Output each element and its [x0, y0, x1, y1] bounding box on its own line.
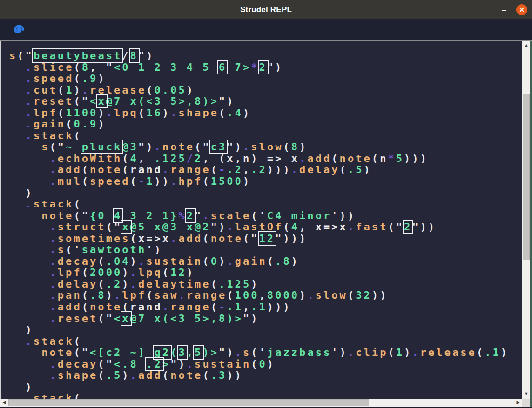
scroll-left-icon[interactable]: ◀: [1, 401, 7, 405]
code-line: note("<[c2 ~] g2(3,5)>").s('jazzbass').c…: [9, 347, 521, 359]
code-token: gain: [34, 118, 66, 130]
code-line: ): [9, 187, 521, 199]
text-cursor: [236, 96, 236, 107]
code-token: (: [162, 369, 170, 381]
code-token: s: [243, 347, 251, 358]
code-area[interactable]: s("beautybeast/8").slice(8, "<0 1 2 3 4 …: [1, 41, 521, 399]
close-button[interactable]: ✕: [516, 4, 527, 15]
code-token: "): [219, 347, 235, 358]
code-token: .: [348, 221, 356, 233]
code-token: 8000: [267, 289, 299, 301]
code-token: 1: [146, 175, 154, 187]
code-token: note: [90, 164, 122, 175]
code-token: range: [170, 301, 211, 313]
code-token: (: [130, 233, 138, 244]
strudel-logo-icon[interactable]: [9, 21, 27, 39]
code-token: ): [98, 118, 106, 130]
window-title: Strudel REPL: [240, 5, 292, 14]
code-token: stack: [34, 198, 74, 210]
code-token: saw: [155, 289, 179, 301]
code-token: (': [251, 210, 267, 221]
code-token: .125: [219, 278, 251, 290]
horizontal-scrollbar-thumb[interactable]: [8, 399, 369, 406]
code-line: .stack(: [9, 199, 521, 210]
code-token: note: [41, 347, 74, 358]
scroll-right-icon[interactable]: ▶: [515, 401, 521, 405]
vertical-scrollbar[interactable]: ▲ ▼: [522, 41, 530, 399]
code-token: .: [299, 153, 307, 164]
code-token: (: [130, 175, 138, 187]
code-line: .echoWith(4, .125/2, (x,n) => x.add(note…: [9, 153, 521, 165]
code-token: .9: [82, 73, 98, 84]
code-token: (: [348, 289, 356, 301]
code-token: ): [501, 347, 509, 358]
code-token: (: [74, 198, 81, 210]
code-token: (: [58, 84, 66, 96]
code-token: >: [162, 358, 170, 370]
code-line: .slice(8, "<0 1 2 3 4 5 6 7>*2"): [9, 62, 521, 74]
minimize-button[interactable]: –: [498, 4, 510, 15]
code-line: .cut(1).release(0.05): [9, 85, 521, 96]
code-token: 5: [396, 153, 404, 164]
code-line: .add(note(rand.range(-.1,.1))): [9, 301, 521, 313]
code-token: s: [58, 244, 66, 255]
code-token: .: [412, 347, 420, 358]
active-token: x: [98, 95, 106, 107]
code-token: ,: [243, 301, 251, 313]
code-token: .: [130, 369, 138, 381]
vertical-scrollbar-thumb[interactable]: [523, 94, 530, 260]
active-token: x: [122, 313, 130, 324]
code-line: .struct("x@5 x@3 x@2").lastOf(4, x=>x.fa…: [9, 221, 521, 233]
scrollbar-corner: [522, 399, 530, 407]
code-token: .: [50, 233, 58, 244]
code-line: .shape(.5).add(note(.3)): [9, 370, 521, 381]
active-token: g2: [155, 347, 171, 358]
code-editor[interactable]: s("beautybeast/8").slice(8, "<0 1 2 3 4 …: [0, 41, 522, 399]
code-token: 12: [170, 267, 187, 278]
code-token: (: [122, 301, 130, 313]
strudel-repl-window: Strudel REPL – ✕ s("beautybeast/8").slic…: [0, 0, 532, 408]
code-token: "): [170, 358, 187, 370]
code-token: @7 x(<3 5>,8)>: [106, 95, 219, 107]
titlebar: Strudel REPL – ✕: [0, 0, 532, 19]
scroll-down-icon[interactable]: ▼: [524, 392, 529, 396]
code-token: <0 1 2 3 4 5: [114, 61, 219, 73]
code-token: .8: [275, 255, 291, 267]
code-token: (: [211, 278, 219, 290]
code-token: stack: [34, 392, 74, 399]
code-token: (: [267, 255, 275, 267]
code-token: .: [26, 84, 34, 96]
code-token: , ": [90, 61, 114, 73]
code-token: ): [26, 324, 34, 335]
code-token: .: [106, 107, 114, 119]
code-token: .04: [106, 255, 130, 267]
code-token: .5: [348, 164, 364, 175]
code-token: "): [219, 95, 235, 107]
code-token: 2000: [90, 267, 122, 278]
code-token: (: [202, 255, 210, 267]
code-token: .: [50, 301, 58, 313]
code-token: (': [251, 347, 267, 358]
code-token: .: [26, 61, 34, 73]
code-token: range: [187, 289, 227, 301]
scroll-up-icon[interactable]: ▲: [524, 43, 529, 48]
code-token: (": [388, 221, 404, 233]
code-token: .125: [155, 153, 187, 164]
active-token: 12: [259, 233, 276, 244]
code-token: sustain: [195, 358, 251, 370]
code-line: .reset("<x@7 x(<3 5>,8)>"): [9, 96, 521, 107]
code-token: decay: [58, 358, 98, 370]
code-token: speed: [34, 73, 74, 84]
code-line: .speed(.9): [9, 73, 521, 85]
code-token: (": [106, 221, 122, 233]
code-token: )>: [202, 347, 219, 358]
horizontal-scrollbar[interactable]: ◀ ▶: [0, 399, 522, 407]
active-token: .2: [146, 358, 162, 370]
code-line: .sometimes(x=>x.add(note("12"))): [9, 233, 521, 245]
code-token: .: [155, 141, 162, 153]
code-token: ): [267, 358, 275, 370]
code-token: ): [98, 73, 106, 84]
code-token: .: [114, 289, 122, 301]
code-token: (: [170, 347, 178, 358]
code-token: (: [122, 153, 130, 164]
